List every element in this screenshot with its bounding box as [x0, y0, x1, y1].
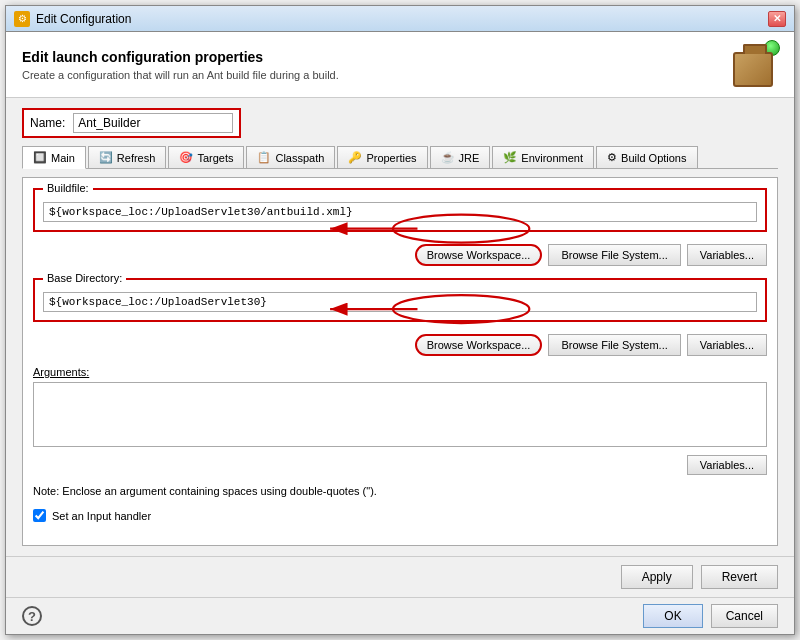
tab-classpath-icon: 📋 — [257, 151, 271, 164]
tab-build-options-label: Build Options — [621, 152, 686, 164]
title-bar: ⚙ Edit Configuration ✕ — [6, 6, 794, 32]
tab-jre[interactable]: ☕ JRE — [430, 146, 491, 168]
edit-configuration-window: ⚙ Edit Configuration ✕ Edit launch confi… — [5, 5, 795, 635]
tab-properties[interactable]: 🔑 Properties — [337, 146, 427, 168]
input-handler-checkbox[interactable] — [33, 509, 46, 522]
tab-jre-label: JRE — [459, 152, 480, 164]
note-text: Note: Enclose an argument containing spa… — [33, 485, 767, 497]
tab-jre-icon: ☕ — [441, 151, 455, 164]
base-directory-legend: Base Directory: — [43, 272, 126, 284]
toolbox-icon — [733, 52, 773, 87]
name-label: Name: — [30, 116, 65, 130]
dialog-body: Name: 🔲 Main 🔄 Refresh 🎯 Targets 📋 Class… — [6, 98, 794, 556]
buildfile-buttons: Browse Workspace... Browse File System..… — [33, 244, 767, 266]
tab-properties-label: Properties — [366, 152, 416, 164]
arguments-textarea[interactable] — [33, 382, 767, 447]
args-button-row: Variables... — [33, 455, 767, 475]
base-dir-variables-button[interactable]: Variables... — [687, 334, 767, 356]
header-icon-area — [728, 42, 778, 87]
name-input[interactable] — [73, 113, 233, 133]
dialog-bottom: ? OK Cancel — [6, 597, 794, 634]
dialog-title: Edit launch configuration properties — [22, 49, 339, 65]
input-handler-row: Set an Input handler — [33, 509, 767, 522]
close-button[interactable]: ✕ — [768, 11, 786, 27]
tab-build-options-icon: ⚙ — [607, 151, 617, 164]
base-directory-section: Base Directory: — [33, 278, 767, 322]
tab-main[interactable]: 🔲 Main — [22, 146, 86, 169]
ok-button[interactable]: OK — [643, 604, 702, 628]
buildfile-browse-filesystem-button[interactable]: Browse File System... — [548, 244, 680, 266]
tab-build-options[interactable]: ⚙ Build Options — [596, 146, 697, 168]
title-bar-left: ⚙ Edit Configuration — [14, 11, 131, 27]
base-dir-browse-filesystem-button[interactable]: Browse File System... — [548, 334, 680, 356]
tabs-row: 🔲 Main 🔄 Refresh 🎯 Targets 📋 Classpath 🔑… — [22, 146, 778, 169]
apply-button[interactable]: Apply — [621, 565, 693, 589]
tab-targets-icon: 🎯 — [179, 151, 193, 164]
window-title: Edit Configuration — [36, 12, 131, 26]
buildfile-browse-workspace-button[interactable]: Browse Workspace... — [415, 244, 543, 266]
buildfile-input[interactable] — [43, 202, 757, 222]
arguments-variables-button[interactable]: Variables... — [687, 455, 767, 475]
tab-main-label: Main — [51, 152, 75, 164]
tab-environment[interactable]: 🌿 Environment — [492, 146, 594, 168]
buildfile-legend: Buildfile: — [43, 182, 93, 194]
tab-targets[interactable]: 🎯 Targets — [168, 146, 244, 168]
base-dir-browse-workspace-button[interactable]: Browse Workspace... — [415, 334, 543, 356]
bottom-right-buttons: OK Cancel — [643, 604, 778, 628]
window-icon: ⚙ — [14, 11, 30, 27]
dialog-description: Create a configuration that will run an … — [22, 69, 339, 81]
footer-buttons: Apply Revert — [6, 556, 794, 597]
buildfile-variables-button[interactable]: Variables... — [687, 244, 767, 266]
tab-refresh-icon: 🔄 — [99, 151, 113, 164]
help-button[interactable]: ? — [22, 606, 42, 626]
base-directory-buttons: Browse Workspace... Browse File System..… — [33, 334, 767, 356]
tab-refresh[interactable]: 🔄 Refresh — [88, 146, 167, 168]
cancel-button[interactable]: Cancel — [711, 604, 778, 628]
dialog-header-text: Edit launch configuration properties Cre… — [22, 49, 339, 81]
arguments-label: Arguments: — [33, 366, 767, 378]
tab-targets-label: Targets — [197, 152, 233, 164]
arguments-section: Arguments: — [33, 366, 767, 447]
tab-classpath[interactable]: 📋 Classpath — [246, 146, 335, 168]
buildfile-section: Buildfile: — [33, 188, 767, 232]
main-tab-content: Buildfile: Browse Workspace... Browse Fi… — [22, 177, 778, 546]
tab-main-icon: 🔲 — [33, 151, 47, 164]
input-handler-label: Set an Input handler — [52, 510, 151, 522]
dialog-header: Edit launch configuration properties Cre… — [6, 32, 794, 98]
tab-refresh-label: Refresh — [117, 152, 156, 164]
tab-environment-label: Environment — [521, 152, 583, 164]
revert-button[interactable]: Revert — [701, 565, 778, 589]
name-row: Name: — [22, 108, 241, 138]
tab-classpath-label: Classpath — [275, 152, 324, 164]
tab-properties-icon: 🔑 — [348, 151, 362, 164]
base-directory-input[interactable] — [43, 292, 757, 312]
tab-environment-icon: 🌿 — [503, 151, 517, 164]
